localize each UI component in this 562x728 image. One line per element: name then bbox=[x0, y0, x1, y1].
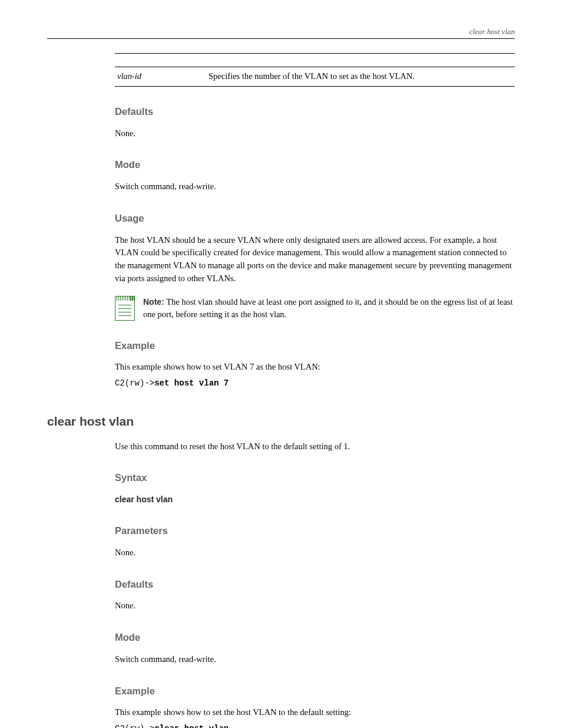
mode2-text: Switch command, read-write. bbox=[115, 653, 515, 666]
note-icon bbox=[115, 296, 135, 321]
section-usage-heading: Usage bbox=[115, 211, 515, 226]
example-code: C2(rw)-> set host vlan 7 bbox=[115, 377, 515, 390]
section-mode-heading: Mode bbox=[115, 157, 515, 172]
param-table-top-rule bbox=[115, 53, 515, 54]
note-text: Note: The host vlan should have at least… bbox=[143, 296, 515, 321]
example2-code: C2(rw)-> clear host vlan bbox=[115, 723, 515, 728]
section-defaults-heading: Defaults bbox=[115, 104, 515, 119]
cli-prompt2: C2(rw)-> bbox=[115, 723, 154, 728]
section-parameters-heading: Parameters bbox=[115, 523, 515, 538]
note-block: Note: The host vlan should have at least… bbox=[115, 296, 515, 321]
param-table-row: vlan-id Specifies the number of the VLAN… bbox=[115, 67, 515, 87]
param-name: vlan-id bbox=[117, 70, 209, 83]
page-header-title: clear host vlan bbox=[470, 26, 515, 38]
section-defaults2-heading: Defaults bbox=[115, 577, 515, 592]
section-example2-heading: Example bbox=[115, 684, 515, 699]
section-example-heading: Example bbox=[115, 338, 515, 353]
header-rule bbox=[47, 38, 515, 39]
usage-text: The host VLAN should be a secure VLAN wh… bbox=[115, 234, 515, 285]
command-intro: Use this command to reset the host VLAN … bbox=[115, 440, 515, 453]
param-desc: Specifies the number of the VLAN to set … bbox=[209, 70, 513, 83]
mode-text: Switch command, read-write. bbox=[115, 180, 515, 193]
cli-prompt: C2(rw)-> bbox=[115, 377, 154, 390]
example-text: This example shows how to set VLAN 7 as … bbox=[115, 361, 515, 374]
parameters-text: None. bbox=[115, 546, 515, 559]
page-content: vlan-id Specifies the number of the VLAN… bbox=[115, 53, 515, 728]
command-title: clear host vlan bbox=[47, 412, 515, 431]
defaults2-text: None. bbox=[115, 599, 515, 612]
syntax-code: clear host vlan bbox=[115, 493, 515, 506]
note-lead: Note: bbox=[143, 297, 164, 307]
note-body: The host vlan should have at least one p… bbox=[143, 297, 513, 319]
section-syntax-heading: Syntax bbox=[115, 470, 515, 485]
cli-command2: clear host vlan bbox=[154, 723, 229, 728]
section-mode2-heading: Mode bbox=[115, 630, 515, 645]
defaults-text: None. bbox=[115, 127, 515, 140]
example2-text: This example shows how to set the host V… bbox=[115, 706, 515, 719]
cli-command: set host vlan 7 bbox=[154, 377, 229, 390]
